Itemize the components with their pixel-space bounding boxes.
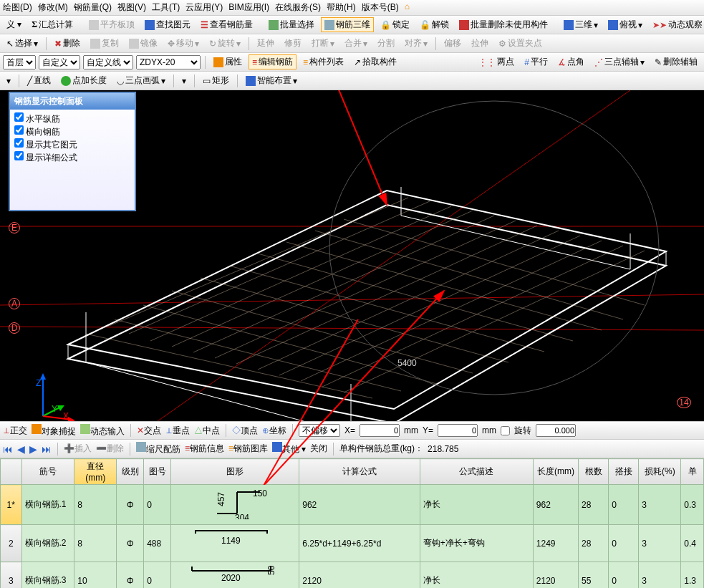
other-btn[interactable]: 其他 ▾ (272, 442, 306, 456)
perp-snap[interactable]: ⊥垂点 (165, 425, 190, 437)
y-input[interactable] (438, 424, 478, 437)
edit-rebar-btn[interactable]: ≡编辑钢筋 (249, 54, 296, 69)
define-btn[interactable]: 义 ▾ (3, 17, 25, 32)
ortho-toggle[interactable]: ⊥正交 (3, 425, 27, 437)
mid-snap[interactable]: △中点 (194, 425, 220, 437)
menu-help[interactable]: 帮助(H) (327, 1, 356, 14)
menu-view[interactable]: 视图(V) (117, 1, 146, 14)
table-row[interactable]: 3横向钢筋.310Φ05020202120净长212055031.3 (1, 562, 704, 589)
rotate-btn[interactable]: ↻旋转 ▾ (206, 36, 244, 51)
point-length-btn[interactable]: 点加长度 (57, 73, 110, 88)
component-list-btn[interactable]: ≡构件列表 (299, 54, 347, 69)
table-row[interactable]: 2横向钢筋.28Φ48811496.25*d+1149+6.25*d弯钩+净长+… (1, 525, 704, 562)
rect-btn[interactable]: ▭矩形 (199, 73, 233, 88)
arc3-btn[interactable]: ◡三点画弧 ▾ (113, 73, 169, 88)
floor-select[interactable]: 首层 (3, 55, 36, 69)
toolbar-1: 义 ▾ Σ 汇总计算 平齐板顶 查找图元 ☰ 查看钢筋量 批量选择 钢筋三维 🔒… (0, 16, 704, 34)
menu-draw[interactable]: 绘图(D) (3, 1, 32, 14)
rebar-lib-btn[interactable]: ≡钢筋图库 (228, 443, 268, 455)
menu-online[interactable]: 在线服务(S) (275, 1, 321, 14)
offset-mode-select[interactable]: 不偏移 (299, 424, 340, 437)
delete-btn[interactable]: ✖删除 (51, 36, 84, 51)
panel-opt-3[interactable]: 显示详细公式 (14, 151, 130, 164)
offset-btn[interactable]: 偏移 (440, 36, 465, 51)
svg-line-20 (86, 334, 372, 398)
align-btn[interactable]: 对齐 ▾ (401, 36, 431, 51)
view-mode-dropdown[interactable]: 三维 ▾ (560, 17, 602, 32)
mirror-btn[interactable]: 镜像 (125, 36, 161, 51)
move-icon: ✥ (168, 39, 175, 49)
delete-aux-btn[interactable]: ✎删除辅轴 (651, 54, 701, 69)
dropdown-btn[interactable]: ▾ (3, 74, 14, 87)
more1-btn[interactable]: ▾ (178, 74, 190, 87)
menu-modify[interactable]: 修改(M) (38, 1, 68, 14)
dynamic-view-btn[interactable]: ➤➤动态观察 (649, 17, 704, 32)
smart-layout-btn[interactable]: 智能布置 ▾ (242, 73, 301, 88)
panel-opt-2[interactable]: 显示其它图元 (14, 138, 130, 151)
menu-rebar[interactable]: 钢筋量(Q) (74, 1, 112, 14)
apex-snap[interactable]: ◇顶点 (232, 425, 258, 437)
dyninput-toggle[interactable]: 动态输入 (80, 424, 125, 438)
nav-last[interactable]: ⏭ (42, 443, 52, 455)
svg-text:304: 304 (235, 513, 249, 519)
customline-select[interactable]: 自定义线 (83, 55, 133, 69)
unlock-btn[interactable]: 🔓解锁 (416, 17, 453, 32)
rebar-3d-btn[interactable]: 钢筋三维 (321, 17, 374, 32)
row-insert-btn[interactable]: ➕插入 (64, 443, 92, 455)
custom-select[interactable]: 自定义 (39, 55, 80, 69)
line-btn[interactable]: ╱直线 (24, 73, 54, 88)
trim-btn[interactable]: 修剪 (281, 36, 305, 51)
menu-cloud[interactable]: 云应用(Y) (185, 1, 223, 14)
cross-snap[interactable]: ✕交点 (137, 425, 161, 437)
nav-next[interactable]: ▶ (29, 443, 37, 455)
find-elem-btn[interactable]: 查找图元 (141, 17, 194, 32)
parallel-btn[interactable]: #平行 (521, 54, 551, 69)
grips-btn[interactable]: ⚙设置夹点 (495, 36, 546, 51)
col-diameter[interactable]: 直径(mm) (74, 459, 117, 485)
move-btn[interactable]: ✥移动 ▾ (164, 36, 203, 51)
osnap-toggle[interactable]: 对象捕捉 (32, 424, 76, 438)
menu-tools[interactable]: 工具(T) (152, 1, 180, 14)
view-rebar-btn[interactable]: ☰ 查看钢筋量 (197, 17, 256, 32)
lock-btn[interactable]: 🔒锁定 (377, 17, 413, 32)
menu-bim[interactable]: BIM应用(I) (228, 1, 269, 14)
batch-delete-btn[interactable]: 批量删除未使用构件 (455, 17, 551, 32)
pick-component-btn[interactable]: ↗拾取构件 (350, 54, 400, 69)
code-select[interactable]: ZDYX-20 (136, 55, 201, 69)
ortho-view-btn[interactable]: 俯视 ▾ (604, 17, 646, 32)
sum-calc-btn[interactable]: Σ 汇总计算 (28, 17, 77, 32)
batch-select-btn[interactable]: 批量选择 (265, 17, 318, 32)
x-input[interactable] (360, 424, 400, 437)
stretch-btn[interactable]: 拉伸 (468, 36, 492, 51)
coord-snap[interactable]: ⊕坐标 (262, 425, 286, 437)
close-btn[interactable]: 关闭 (310, 443, 327, 455)
flat-top-btn[interactable]: 平齐板顶 (85, 17, 138, 32)
copy-btn[interactable]: 复制 (87, 36, 122, 51)
property-btn[interactable]: 属性 (210, 54, 246, 69)
point-angle-btn[interactable]: ∡点角 (554, 54, 588, 69)
x-label: X= (344, 425, 355, 435)
nav-prev[interactable]: ◀ (17, 443, 25, 455)
merge-btn[interactable]: 合并 ▾ (341, 36, 371, 51)
rebar-info-btn[interactable]: ≡钢筋信息 (185, 443, 224, 455)
two-point-btn[interactable]: ⋮⋮两点 (475, 54, 518, 69)
row-delete-btn[interactable]: ➖删除 (96, 443, 124, 455)
split-btn[interactable]: 分割 (374, 36, 398, 51)
select-btn[interactable]: ↖选择 ▾ (3, 36, 42, 51)
scale-rebar-btn[interactable]: 缩尺配筋 (136, 442, 180, 456)
extend-btn[interactable]: 延伸 (254, 36, 278, 51)
svg-line-14 (236, 226, 537, 364)
svg-line-12 (193, 216, 494, 352)
panel-opt-1[interactable]: 横向钢筋 (14, 125, 130, 138)
panel-opt-0[interactable]: 水平纵筋 (14, 112, 130, 125)
menu-version[interactable]: 版本号(B) (362, 1, 399, 14)
3d-viewport[interactable]: 钢筋显示控制面板 水平纵筋 横向钢筋 显示其它图元 显示详细公式 E A D 1… (0, 90, 704, 421)
menu-home-icon[interactable]: ⌂ (405, 1, 410, 14)
three-point-aux-btn[interactable]: ⋰三点辅轴 ▾ (591, 54, 648, 69)
nav-first[interactable]: ⏮ (3, 443, 13, 455)
break-btn[interactable]: 打断 ▾ (308, 36, 338, 51)
rotate-input[interactable] (536, 424, 576, 437)
table-row[interactable]: 1*横向钢筋.18Φ0150457304962净长96228030.3 (1, 485, 704, 525)
rotate-check[interactable] (501, 426, 510, 435)
svg-line-15 (258, 231, 559, 370)
